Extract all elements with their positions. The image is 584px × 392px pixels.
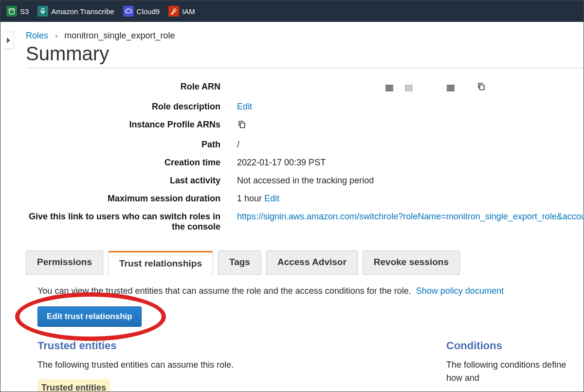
role-arn-label: Role ARN — [26, 82, 220, 94]
redacted-block — [447, 85, 455, 91]
edit-description-link[interactable]: Edit — [237, 102, 252, 111]
service-iam[interactable]: IAM — [168, 6, 195, 17]
copy-icon[interactable] — [476, 82, 486, 94]
edit-session-link[interactable]: Edit — [264, 194, 279, 203]
creation-time-value: 2022-01-17 00:39 PST — [237, 158, 584, 168]
role-arn-value — [237, 82, 584, 94]
s3-icon — [6, 6, 17, 17]
transcribe-icon — [37, 6, 48, 17]
edit-trust-relationship-button[interactable]: Edit trust relationship — [37, 306, 142, 327]
tab-revoke-sessions[interactable]: Revoke sessions — [363, 250, 460, 275]
conditions-desc: The following conditions define how and — [446, 358, 572, 385]
breadcrumb-current: monitron_single_export_role — [64, 31, 175, 41]
service-s3[interactable]: S3 — [6, 6, 29, 17]
service-label: S3 — [20, 7, 29, 16]
breadcrumb: Roles › monitron_single_export_role — [26, 31, 584, 41]
aws-service-bar: S3 Amazon Transcribe Cloud9 IAM — [0, 0, 584, 22]
copy-icon[interactable] — [237, 120, 247, 132]
trusted-entities-heading: Trusted entities — [37, 338, 407, 354]
service-label: Amazon Transcribe — [51, 7, 114, 16]
svg-point-1 — [173, 9, 176, 11]
role-details: Role ARN Role description Edit Instance … — [26, 82, 584, 232]
tab-bar: Permissions Trust relationships Tags Acc… — [26, 250, 584, 275]
show-policy-link[interactable]: Show policy document — [416, 286, 504, 296]
redacted-block — [385, 85, 393, 91]
trust-intro-text: You can view the trusted entities that c… — [37, 286, 411, 296]
trusted-entities-desc: The following trusted entities can assum… — [37, 358, 407, 372]
instance-profile-label: Instance Profile ARNs — [26, 120, 220, 132]
role-description-label: Role description — [26, 102, 220, 112]
breadcrumb-roles-link[interactable]: Roles — [26, 31, 48, 41]
service-label: Cloud9 — [137, 7, 160, 16]
conditions-heading: Conditions — [446, 338, 572, 354]
trust-tab-body: You can view the trusted entities that c… — [26, 285, 584, 392]
switch-role-link[interactable]: https://signin.aws.amazon.com/switchrole… — [237, 212, 584, 221]
iam-icon — [168, 6, 179, 17]
path-value: / — [237, 140, 584, 150]
service-transcribe[interactable]: Amazon Transcribe — [37, 6, 114, 17]
redacted-block — [405, 85, 413, 91]
svg-rect-2 — [480, 85, 484, 90]
tab-trust-relationships[interactable]: Trust relationships — [108, 251, 213, 275]
tab-access-advisor[interactable]: Access Advisor — [266, 250, 358, 275]
page-title: Summary — [26, 43, 584, 68]
tab-permissions[interactable]: Permissions — [26, 250, 103, 275]
switch-link-label: Give this link to users who can switch r… — [26, 212, 220, 232]
creation-time-label: Creation time — [26, 158, 220, 168]
path-label: Path — [26, 140, 220, 150]
service-label: IAM — [182, 7, 195, 16]
last-activity-value: Not accessed in the tracking period — [237, 176, 584, 186]
cloud9-icon — [123, 6, 134, 17]
max-session-label: Maximum session duration — [26, 194, 220, 204]
trusted-entities-table-header: Trusted entities — [37, 379, 110, 392]
tab-tags[interactable]: Tags — [218, 250, 261, 275]
chevron-right-icon: › — [55, 32, 57, 40]
last-activity-label: Last activity — [26, 176, 220, 186]
service-cloud9[interactable]: Cloud9 — [123, 6, 160, 17]
svg-rect-3 — [240, 123, 245, 128]
svg-rect-0 — [42, 8, 44, 12]
max-session-value: 1 hour — [237, 194, 262, 203]
